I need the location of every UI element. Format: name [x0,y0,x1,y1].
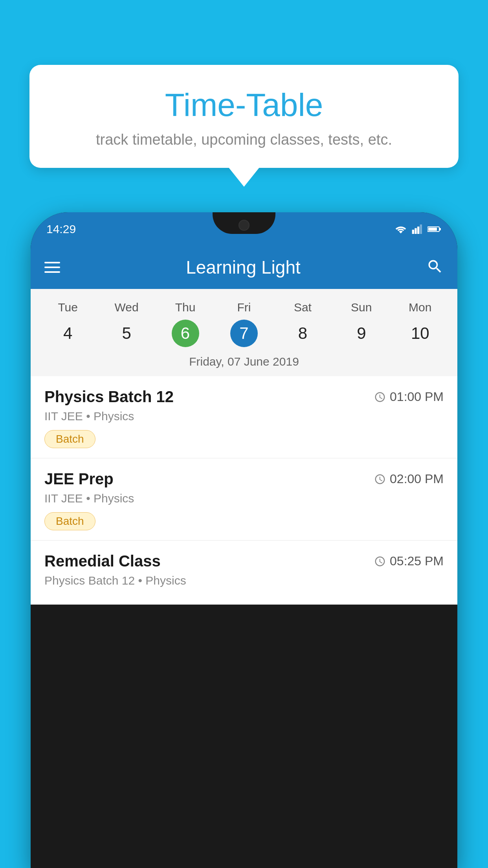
schedule-item-subtitle: IIT JEE • Physics [44,492,444,505]
battery-icon [427,224,442,234]
day-name: Fri [237,301,251,314]
schedule-item-time: 02:00 PM [374,472,444,486]
bubble-title: Time-Table [53,86,435,123]
days-row: Tue4Wed5Thu6Fri7Sat8Sun9Mon10 [31,297,457,351]
schedule-item[interactable]: Physics Batch 12 01:00 PM IIT JEE • Phys… [31,376,457,458]
day-number[interactable]: 9 [348,320,375,347]
svg-rect-3 [420,224,422,234]
day-name: Sun [351,301,372,314]
status-icons [394,224,442,234]
day-col-fri[interactable]: Fri7 [230,301,258,347]
toolbar-title: Learning Light [72,257,415,278]
signal-icon [412,224,423,234]
camera-dot [238,220,250,231]
schedule-item-header: Physics Batch 12 01:00 PM [44,388,444,406]
phone-frame: 14:29 [31,212,457,868]
day-col-thu[interactable]: Thu6 [172,301,199,347]
day-name: Wed [115,301,139,314]
day-number[interactable]: 4 [54,320,82,347]
day-col-mon[interactable]: Mon10 [406,301,434,347]
svg-rect-6 [428,228,437,231]
batch-badge: Batch [44,512,95,530]
svg-rect-5 [439,228,441,230]
calendar-section: Tue4Wed5Thu6Fri7Sat8Sun9Mon10 Friday, 07… [31,289,457,376]
notch [213,212,275,234]
svg-rect-2 [417,226,419,234]
search-icon[interactable] [426,258,444,277]
svg-rect-1 [415,228,416,234]
day-number[interactable]: 10 [406,320,434,347]
status-time: 14:29 [46,223,76,236]
schedule-item-header: JEE Prep 02:00 PM [44,470,444,488]
app-toolbar: Learning Light [31,246,457,289]
schedule-item-title: JEE Prep [44,470,114,488]
day-name: Tue [58,301,78,314]
info-bubble-card: Time-Table track timetable, upcoming cla… [29,65,459,168]
day-col-tue[interactable]: Tue4 [54,301,82,347]
clock-icon [374,473,386,485]
schedule-item[interactable]: JEE Prep 02:00 PM IIT JEE • Physics Batc… [31,458,457,541]
wifi-icon [394,224,407,234]
schedule-item-subtitle: IIT JEE • Physics [44,410,444,423]
schedule-item-title: Remedial Class [44,552,161,570]
day-name: Thu [175,301,196,314]
day-col-sat[interactable]: Sat8 [289,301,316,347]
day-col-sun[interactable]: Sun9 [348,301,375,347]
status-bar: 14:29 [31,212,457,246]
clock-icon [374,391,386,403]
bubble-subtitle: track timetable, upcoming classes, tests… [53,131,435,148]
schedule-item-title: Physics Batch 12 [44,388,174,406]
day-number[interactable]: 7 [230,320,258,347]
day-col-wed[interactable]: Wed5 [113,301,140,347]
selected-date-label: Friday, 07 June 2019 [31,351,457,376]
schedule-item-header: Remedial Class 05:25 PM [44,552,444,570]
day-number[interactable]: 5 [113,320,140,347]
day-number[interactable]: 6 [172,320,199,347]
schedule-item-time: 05:25 PM [374,554,444,568]
day-name: Sat [294,301,312,314]
clock-icon [374,555,386,567]
schedule-item[interactable]: Remedial Class 05:25 PM Physics Batch 12… [31,541,457,605]
day-number[interactable]: 8 [289,320,316,347]
schedule-list: Physics Batch 12 01:00 PM IIT JEE • Phys… [31,376,457,605]
schedule-item-subtitle: Physics Batch 12 • Physics [44,574,444,587]
batch-badge: Batch [44,430,95,448]
svg-rect-0 [412,230,414,234]
day-name: Mon [409,301,431,314]
schedule-item-time: 01:00 PM [374,390,444,404]
hamburger-menu-icon[interactable] [44,262,60,273]
